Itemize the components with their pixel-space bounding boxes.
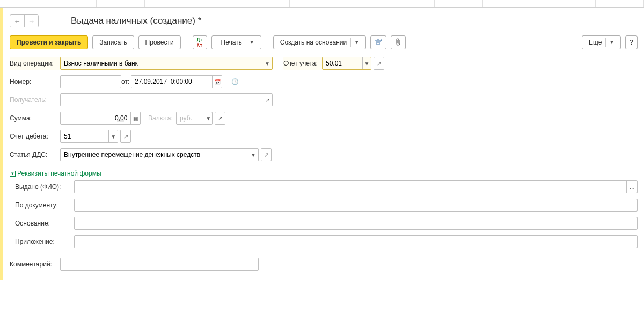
open-icon[interactable]: ↗ [120, 130, 131, 143]
sum-input[interactable] [61, 112, 130, 124]
operation-type-input[interactable] [61, 57, 262, 69]
svg-rect-3 [375, 39, 377, 41]
document-input[interactable] [75, 199, 637, 211]
create-based-button[interactable]: Создать на основании ▼ [273, 35, 366, 49]
clock-icon[interactable]: 🕓 [230, 75, 240, 88]
print-label: Печать [221, 39, 242, 46]
dropdown-icon[interactable]: ▼ [362, 57, 371, 69]
from-label: от: [121, 78, 128, 85]
post-and-close-button[interactable]: Провести и закрыть [10, 35, 88, 49]
ellipsis-icon[interactable]: … [626, 181, 637, 193]
open-icon[interactable]: ↗ [215, 112, 225, 125]
svg-rect-4 [379, 39, 382, 41]
paperclip-icon [395, 38, 401, 47]
help-button[interactable]: ? [625, 35, 638, 49]
basis-input[interactable] [75, 217, 637, 229]
currency-input[interactable] [177, 112, 204, 124]
dt-kt-icon: ДтКт [197, 37, 203, 48]
date-input[interactable] [131, 76, 212, 88]
comment-label: Комментарий: [10, 260, 60, 268]
debit-account-label: Счет дебета: [10, 133, 60, 140]
comment-input[interactable] [61, 258, 258, 270]
dds-input[interactable] [61, 149, 248, 161]
nav-group: ← → [10, 14, 39, 27]
attachment-button[interactable] [391, 35, 406, 49]
print-requisites-label: Реквизиты печатной формы [17, 170, 101, 177]
open-icon[interactable]: ↗ [261, 148, 272, 161]
open-icon[interactable]: ↗ [374, 57, 384, 70]
chevron-down-icon: ▼ [246, 38, 254, 47]
appendix-label: Приложение: [15, 238, 74, 245]
print-requisites-toggle[interactable]: ▾ Реквизиты печатной формы [10, 166, 638, 180]
debit-account-input[interactable] [61, 130, 108, 142]
dropdown-icon[interactable]: ▼ [204, 112, 212, 124]
calculator-icon[interactable]: ▦ [130, 112, 140, 124]
number-input[interactable] [61, 76, 121, 88]
page-title: Выдача наличных (создание) * [71, 16, 201, 26]
issued-input[interactable] [75, 181, 626, 193]
nav-back-button[interactable]: ← [10, 15, 24, 27]
post-button[interactable]: Провести [138, 35, 181, 49]
recipient-input[interactable] [61, 94, 262, 106]
account-input[interactable] [323, 57, 362, 69]
number-label: Номер: [10, 78, 60, 85]
dropdown-icon[interactable]: ▼ [108, 130, 118, 142]
dropdown-icon[interactable]: ▼ [248, 149, 258, 161]
document-label: По документу: [15, 201, 74, 209]
dt-kt-button[interactable]: ДтКт [193, 35, 207, 49]
open-icon[interactable]: ↗ [262, 94, 272, 106]
basis-label: Основание: [15, 220, 74, 227]
appendix-input[interactable] [75, 236, 637, 248]
svg-rect-5 [377, 42, 379, 45]
currency-label: Валюта: [148, 114, 176, 122]
print-button[interactable]: Печать ▼ [211, 35, 261, 49]
create-based-label: Создать на основании [280, 39, 347, 46]
recipient-label: Получатель: [10, 96, 60, 104]
issued-label: Выдано (ФИО): [15, 183, 74, 191]
chevron-down-icon: ▼ [350, 38, 359, 47]
sum-label: Сумма: [10, 114, 60, 122]
more-label: Еще [589, 39, 602, 46]
chevron-down-icon: ▼ [605, 38, 614, 47]
more-button[interactable]: Еще ▼ [582, 35, 621, 49]
chevron-down-icon: ▾ [10, 171, 16, 177]
nav-forward-button[interactable]: → [24, 15, 38, 27]
structure-icon [375, 39, 382, 47]
calendar-icon[interactable]: 📅 [212, 76, 222, 88]
structure-button[interactable] [370, 35, 386, 49]
blank-tab-bar [0, 0, 644, 8]
operation-type-label: Вид операции: [10, 57, 60, 70]
dds-label: Статья ДДС: [10, 151, 60, 158]
write-button[interactable]: Записать [92, 35, 134, 49]
dropdown-icon[interactable]: ▼ [262, 57, 272, 69]
account-label: Счет учета: [283, 57, 322, 70]
